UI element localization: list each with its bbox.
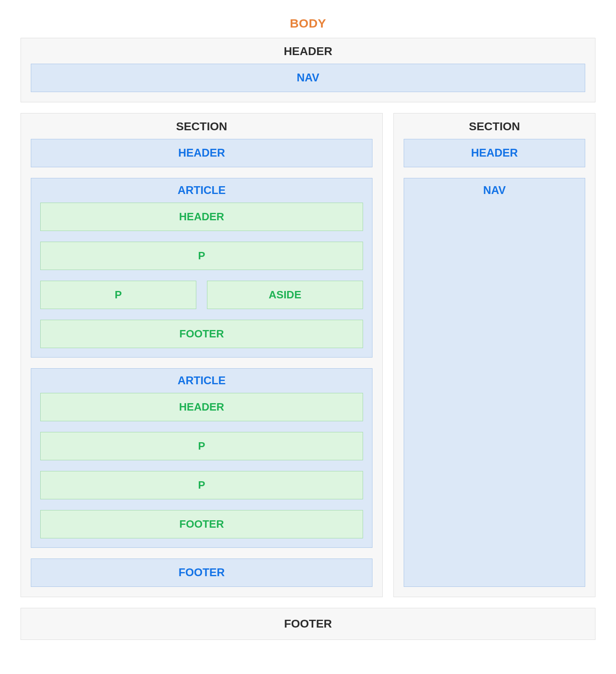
- right-section-stack: HEADER NAV: [404, 139, 585, 587]
- article-2-p1-box: P: [40, 432, 363, 460]
- article-2-header-box: HEADER: [40, 393, 363, 421]
- left-section-footer-box: FOOTER: [31, 559, 372, 587]
- left-section-title: SECTION: [31, 120, 372, 133]
- article-2-footer-box: FOOTER: [40, 510, 363, 538]
- article-2-header-label: HEADER: [50, 401, 354, 413]
- article-2-p1-label: P: [50, 440, 354, 452]
- article-2-footer-label: FOOTER: [50, 518, 354, 531]
- left-section-header-label: HEADER: [40, 147, 363, 159]
- article-2-box: ARTICLE HEADER P P FOOTER: [31, 368, 372, 548]
- article-1-p1-box: P: [40, 242, 363, 270]
- top-header-title: HEADER: [31, 45, 585, 58]
- article-1-footer-label: FOOTER: [50, 328, 354, 340]
- article-1-header-box: HEADER: [40, 203, 363, 231]
- body-label: BODY: [21, 16, 595, 30]
- article-1-p2-box: P: [40, 281, 196, 309]
- article-1-footer-box: FOOTER: [40, 320, 363, 348]
- left-section-footer-label: FOOTER: [40, 566, 363, 579]
- right-section-title: SECTION: [404, 120, 585, 133]
- top-nav-label: NAV: [40, 72, 576, 84]
- top-nav-box: NAV: [31, 64, 585, 92]
- article-2-p2-label: P: [50, 479, 354, 492]
- article-2-inner: HEADER P P FOOTER: [40, 393, 363, 538]
- right-section-header-box: HEADER: [404, 139, 585, 167]
- article-1-header-label: HEADER: [50, 210, 354, 223]
- left-section-box: SECTION HEADER ARTICLE HEADER P: [21, 113, 383, 597]
- article-1-inner: HEADER P P ASIDE: [40, 203, 363, 348]
- article-1-p2-label: P: [50, 289, 187, 301]
- article-1-row: P ASIDE: [40, 281, 363, 309]
- top-header-box: HEADER NAV: [21, 38, 595, 102]
- right-column: SECTION HEADER NAV: [393, 113, 595, 597]
- left-section-header-box: HEADER: [31, 139, 372, 167]
- article-2-title: ARTICLE: [40, 374, 363, 387]
- article-2-p2-box: P: [40, 471, 363, 499]
- right-section-nav-box: NAV: [404, 178, 585, 587]
- right-section-box: SECTION HEADER NAV: [393, 113, 595, 597]
- left-column: SECTION HEADER ARTICLE HEADER P: [21, 113, 383, 597]
- page-footer-title: FOOTER: [31, 617, 585, 630]
- article-1-aside-box: ASIDE: [207, 281, 363, 309]
- right-section-header-label: HEADER: [413, 147, 576, 159]
- article-1-p1-label: P: [50, 249, 354, 262]
- page-footer-box: FOOTER: [21, 608, 595, 640]
- article-1-box: ARTICLE HEADER P P: [31, 178, 372, 358]
- article-1-title: ARTICLE: [40, 184, 363, 197]
- right-section-nav-label: NAV: [413, 184, 576, 197]
- article-1-aside-label: ASIDE: [216, 289, 354, 301]
- left-section-stack: HEADER ARTICLE HEADER P P: [31, 139, 372, 587]
- columns-wrapper: SECTION HEADER ARTICLE HEADER P: [21, 113, 595, 597]
